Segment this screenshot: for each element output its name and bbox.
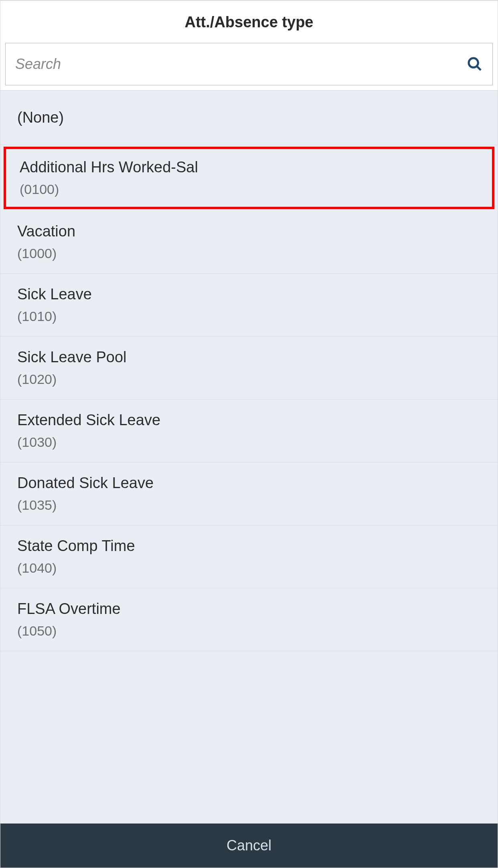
cancel-button[interactable]: Cancel: [227, 837, 271, 854]
list-item-label: Additional Hrs Worked-Sal: [20, 159, 478, 176]
list-item-sick-leave-pool[interactable]: Sick Leave Pool (1020): [0, 337, 498, 400]
list-item-label: State Comp Time: [17, 537, 481, 555]
list-item-label: Sick Leave: [17, 286, 481, 303]
options-list: (None) Additional Hrs Worked-Sal (0100) …: [0, 90, 498, 824]
search-box[interactable]: [5, 43, 493, 85]
list-item-code: (1010): [17, 309, 481, 324]
list-item-extended-sick-leave[interactable]: Extended Sick Leave (1030): [0, 400, 498, 462]
search-input[interactable]: [15, 56, 467, 73]
list-item-label: Extended Sick Leave: [17, 412, 481, 429]
list-item-code: (0100): [20, 182, 478, 197]
dialog-footer[interactable]: Cancel: [0, 824, 498, 868]
dialog-title: Att./Absence type: [8, 14, 490, 31]
list-item-none[interactable]: (None): [0, 90, 498, 145]
list-item-flsa-overtime[interactable]: FLSA Overtime (1050): [0, 588, 498, 651]
list-item-code: (1035): [17, 497, 481, 513]
search-container: [0, 43, 498, 90]
search-icon[interactable]: [467, 56, 483, 72]
list-item-code: (1050): [17, 623, 481, 639]
list-item-sick-leave[interactable]: Sick Leave (1010): [0, 274, 498, 337]
list-item-label: Sick Leave Pool: [17, 349, 481, 366]
list-item-label: (None): [17, 109, 481, 126]
list-item-code: (1040): [17, 560, 481, 576]
list-item-vacation[interactable]: Vacation (1000): [0, 211, 498, 274]
list-item-additional-hrs[interactable]: Additional Hrs Worked-Sal (0100): [4, 147, 494, 209]
svg-point-0: [469, 58, 478, 67]
list-item-label: FLSA Overtime: [17, 600, 481, 618]
list-item-label: Vacation: [17, 223, 481, 240]
list-item-code: (1000): [17, 246, 481, 261]
dialog-header: Att./Absence type: [0, 0, 498, 43]
list-item-donated-sick-leave[interactable]: Donated Sick Leave (1035): [0, 462, 498, 525]
list-item-code: (1030): [17, 434, 481, 450]
list-item-state-comp-time[interactable]: State Comp Time (1040): [0, 525, 498, 588]
list-item-label: Donated Sick Leave: [17, 474, 481, 492]
svg-line-1: [477, 66, 481, 70]
list-item-partial[interactable]: [0, 651, 498, 671]
list-item-code: (1020): [17, 371, 481, 387]
